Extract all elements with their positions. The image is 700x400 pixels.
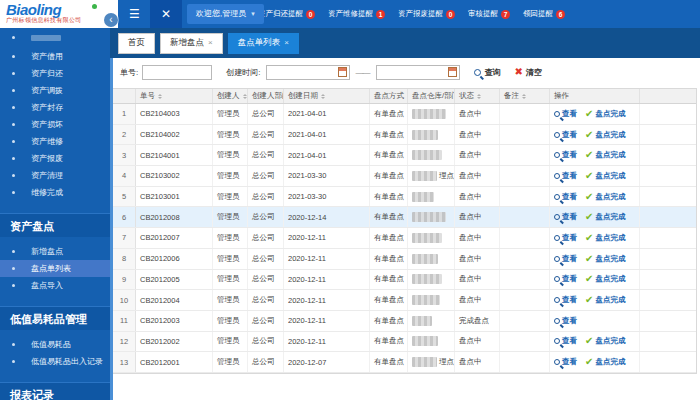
- tab-close-icon[interactable]: ×: [284, 39, 289, 47]
- sidebar-item[interactable]: 资产报废: [0, 150, 110, 167]
- magnifier-icon: [554, 359, 560, 365]
- complete-button[interactable]: ✔盘点完成: [585, 192, 625, 202]
- view-button[interactable]: 查看: [554, 130, 577, 140]
- complete-button[interactable]: ✔盘点完成: [585, 254, 625, 264]
- view-button[interactable]: 查看: [554, 171, 577, 181]
- complete-label: 盘点完成: [595, 171, 625, 181]
- tab-active[interactable]: 盘点单列表×: [228, 33, 299, 54]
- sidebar-item[interactable]: 盘点导入: [0, 277, 110, 294]
- close-icon[interactable]: ✕: [150, 0, 182, 28]
- table-row[interactable]: 10CB2012004管理员总公司2020-12-11有单盘点盘点中查看✔盘点完…: [113, 290, 696, 311]
- table-row[interactable]: 5CB2103001管理员总公司2021-03-30有单盘点盘点中查看✔盘点完成: [113, 187, 696, 208]
- chevron-down-icon: ▾: [251, 4, 255, 24]
- complete-button[interactable]: ✔盘点完成: [585, 336, 625, 346]
- table-row[interactable]: 8CB2012006管理员总公司2020-12-11有单盘点盘点中查看✔盘点完成: [113, 249, 696, 270]
- sidebar-item[interactable]: 资产清理: [0, 167, 110, 184]
- check-icon: ✔: [585, 171, 593, 181]
- complete-button[interactable]: ✔盘点完成: [585, 109, 625, 119]
- topbar-nav-item[interactable]: 资产维修提醒1: [328, 9, 385, 19]
- notification-badge: 6: [556, 10, 565, 19]
- tab[interactable]: 新增盘点×: [160, 33, 223, 54]
- column-header[interactable]: 创建人部门: [248, 89, 284, 103]
- clear-x-icon: ✖: [514, 67, 522, 77]
- table-row[interactable]: 6CB2012008管理员总公司2020-12-14有单盘点盘点中查看✔盘点完成: [113, 207, 696, 228]
- table-row[interactable]: 3CB2104001管理员总公司2021-04-01有单盘点盘点中查看✔盘点完成: [113, 145, 696, 166]
- column-header[interactable]: 盘点方式: [370, 89, 408, 103]
- topbar-nav-item[interactable]: 领回提醒6: [523, 9, 565, 19]
- column-header[interactable]: 单号: [136, 89, 213, 103]
- complete-button[interactable]: ✔盘点完成: [585, 130, 625, 140]
- table-row[interactable]: 9CB2012005管理员总公司2020-12-11有单盘点盘点中查看✔盘点完成: [113, 270, 696, 291]
- sidebar-item[interactable]: 新增盘点: [0, 243, 110, 260]
- sidebar-item[interactable]: 维修完成: [0, 184, 110, 201]
- complete-button[interactable]: ✔盘点完成: [585, 212, 625, 222]
- magnifier-icon: [554, 318, 560, 324]
- table-row[interactable]: 13CB2012001管理员总公司2020-12-07有单盘点理点盘点中查看✔盘…: [113, 352, 696, 373]
- table-header: 单号创建人创建人部门创建日期盘点方式盘点仓库/部门状态备注操作: [113, 89, 696, 104]
- topbar-nav-item[interactable]: 资产归还提醒0: [258, 9, 315, 19]
- order-no-input[interactable]: [142, 65, 212, 80]
- column-header[interactable]: 创建人: [213, 89, 248, 103]
- view-button[interactable]: 查看: [554, 109, 577, 119]
- sidebar-item[interactable]: 资产借用: [0, 48, 110, 65]
- sidebar-item[interactable]: 低值易耗品: [0, 336, 110, 353]
- column-header[interactable]: 状态: [455, 89, 500, 103]
- column-header[interactable]: 备注: [500, 89, 550, 103]
- view-button[interactable]: 查看: [554, 212, 577, 222]
- complete-button[interactable]: ✔盘点完成: [585, 233, 625, 243]
- sidebar-item[interactable]: 资产封存: [0, 99, 110, 116]
- column-header[interactable]: 盘点仓库/部门: [408, 89, 455, 103]
- cell-status: 盘点中: [455, 228, 500, 248]
- sidebar-collapse-button[interactable]: ‹: [104, 13, 118, 27]
- view-button[interactable]: 查看: [554, 150, 577, 160]
- complete-button[interactable]: ✔盘点完成: [585, 150, 625, 160]
- table-row[interactable]: 11CB2012003管理员总公司2020-12-11有单盘点完成盘点查看: [113, 311, 696, 332]
- cell-order-no: CB2012007: [136, 228, 213, 248]
- search-button[interactable]: 查询: [474, 67, 500, 78]
- table-row[interactable]: 1CB2104003管理员总公司2021-04-01有单盘点盘点中查看✔盘点完成: [113, 104, 696, 125]
- date-to-input[interactable]: [376, 65, 460, 80]
- user-menu[interactable]: 欢迎您,管理员 ▾: [187, 4, 264, 24]
- clear-button[interactable]: ✖ 清空: [514, 67, 541, 78]
- complete-button[interactable]: ✔盘点完成: [585, 171, 625, 181]
- view-button[interactable]: 查看: [554, 357, 577, 367]
- nav-item-label: 领回提醒: [523, 9, 553, 19]
- table-row[interactable]: 7CB2012007管理员总公司2020-12-11有单盘点盘点中查看✔盘点完成: [113, 228, 696, 249]
- tab-close-icon[interactable]: ×: [208, 39, 213, 47]
- tab[interactable]: 首页: [118, 33, 155, 54]
- cell-actions: 查看✔盘点完成: [550, 145, 640, 165]
- main-content: 单号: 创建时间: —— 查询 ✖ 清空 单号创建人创建人部门创建日期盘点方式盘…: [110, 58, 700, 400]
- check-icon: ✔: [585, 295, 593, 305]
- topbar-nav-item[interactable]: 资产报废提醒0: [398, 9, 455, 19]
- calendar-icon[interactable]: [448, 67, 457, 77]
- topbar-nav-item[interactable]: 审核提醒7: [468, 9, 510, 19]
- complete-button[interactable]: ✔盘点完成: [585, 274, 625, 284]
- sidebar-item[interactable]: 资产归还: [0, 65, 110, 82]
- view-button[interactable]: 查看: [554, 274, 577, 284]
- view-button[interactable]: 查看: [554, 254, 577, 264]
- table-row[interactable]: 2CB2104002管理员总公司2021-04-01有单盘点盘点中查看✔盘点完成: [113, 125, 696, 146]
- table-row[interactable]: 12CB2012002管理员总公司2020-12-11有单盘点盘点中查看✔盘点完…: [113, 332, 696, 353]
- sidebar-item[interactable]: 低值易耗品出入记录: [0, 353, 110, 370]
- view-button[interactable]: 查看: [554, 233, 577, 243]
- redacted-text: [412, 233, 442, 243]
- sidebar-item-clipped[interactable]: [0, 29, 110, 42]
- view-button[interactable]: 查看: [554, 295, 577, 305]
- cell-order-no: CB2012005: [136, 270, 213, 290]
- table-row[interactable]: 4CB2103002管理员总公司2021-03-30有单盘点理点盘点中查看✔盘点…: [113, 166, 696, 187]
- sidebar-item-selected[interactable]: 盘点单列表: [0, 260, 110, 277]
- calendar-icon[interactable]: [338, 67, 347, 77]
- date-from-input[interactable]: [266, 65, 350, 80]
- sidebar-item[interactable]: 资产调拨: [0, 82, 110, 99]
- cell-actions: 查看✔盘点完成: [550, 207, 640, 227]
- sidebar-item[interactable]: 资产损坏: [0, 116, 110, 133]
- sidebar-item[interactable]: 资产维修: [0, 133, 110, 150]
- column-header[interactable]: 创建日期: [284, 89, 370, 103]
- view-button[interactable]: 查看: [554, 316, 577, 326]
- complete-button[interactable]: ✔盘点完成: [585, 295, 625, 305]
- view-button[interactable]: 查看: [554, 192, 577, 202]
- redacted-text: [412, 212, 446, 222]
- complete-button[interactable]: ✔盘点完成: [585, 357, 625, 367]
- view-button[interactable]: 查看: [554, 336, 577, 346]
- hamburger-menu-icon[interactable]: ☰: [129, 7, 140, 21]
